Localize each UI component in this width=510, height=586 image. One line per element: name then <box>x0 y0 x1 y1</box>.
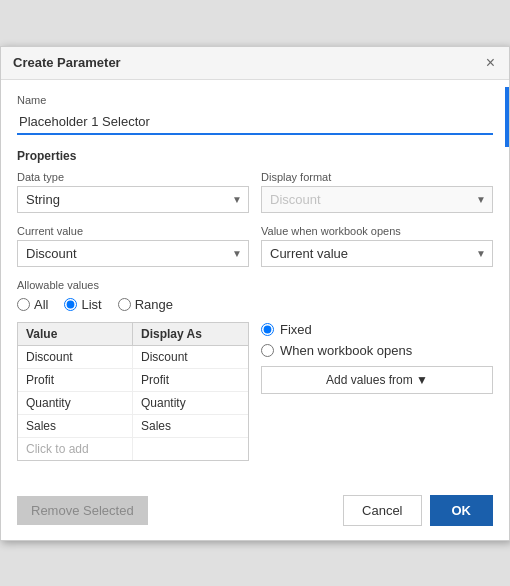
table-header-row: Value Display As <box>18 323 248 346</box>
display-format-label: Display format <box>261 171 493 183</box>
value-when-opens-label: Value when workbook opens <box>261 225 493 237</box>
table-row[interactable]: Profit Profit <box>18 369 248 392</box>
dialog-title: Create Parameter <box>13 55 121 70</box>
right-panel: Fixed When workbook opens Add values fro… <box>261 322 493 461</box>
when-opens-radio[interactable] <box>261 344 274 357</box>
row-display-2: Profit <box>133 369 248 391</box>
click-to-add-display <box>133 438 248 460</box>
allowable-all-radio[interactable] <box>17 298 30 311</box>
allowable-values-label: Allowable values <box>17 279 493 291</box>
table-row[interactable]: Sales Sales <box>18 415 248 438</box>
table-row[interactable]: Quantity Quantity <box>18 392 248 415</box>
value-header: Value <box>18 323 133 345</box>
display-format-field: Display format Discount ▼ <box>261 171 493 213</box>
display-as-header: Display As <box>133 323 248 345</box>
current-value-field: Current value Discount Profit Quantity S… <box>17 225 249 267</box>
ok-button[interactable]: OK <box>430 495 494 526</box>
row-display-1: Discount <box>133 346 248 368</box>
display-format-select[interactable]: Discount <box>262 187 492 212</box>
row-value-4: Sales <box>18 415 133 437</box>
current-value-select[interactable]: Discount Profit Quantity Sales <box>18 241 248 266</box>
current-value-opens-row: Current value Discount Profit Quantity S… <box>17 225 493 267</box>
close-button[interactable]: × <box>484 55 497 71</box>
row-value-2: Profit <box>18 369 133 391</box>
name-label: Name <box>17 94 493 106</box>
allowable-all-label: All <box>34 297 48 312</box>
data-type-label: Data type <box>17 171 249 183</box>
fixed-option[interactable]: Fixed <box>261 322 493 337</box>
dialog-body: Name Properties Data type String Integer… <box>1 80 509 485</box>
data-type-select[interactable]: String Integer Float <box>18 187 248 212</box>
row-value-3: Quantity <box>18 392 133 414</box>
cancel-button[interactable]: Cancel <box>343 495 421 526</box>
data-type-select-wrapper: String Integer Float ▼ <box>17 186 249 213</box>
name-input[interactable] <box>17 110 493 135</box>
allowable-range-option[interactable]: Range <box>118 297 173 312</box>
table-row[interactable]: Discount Discount <box>18 346 248 369</box>
data-type-display-format-row: Data type String Integer Float ▼ Display… <box>17 171 493 213</box>
current-value-select-wrapper: Discount Profit Quantity Sales ▼ <box>17 240 249 267</box>
values-table: Value Display As Discount Discount Profi… <box>17 322 249 461</box>
table-row-add[interactable]: Click to add <box>18 438 248 460</box>
row-display-3: Quantity <box>133 392 248 414</box>
display-format-select-wrapper: Discount ▼ <box>261 186 493 213</box>
row-value-1: Discount <box>18 346 133 368</box>
fixed-label: Fixed <box>280 322 312 337</box>
table-right-layout: Value Display As Discount Discount Profi… <box>17 322 493 461</box>
allowable-section: Allowable values All List Range <box>17 279 493 461</box>
allowable-all-option[interactable]: All <box>17 297 48 312</box>
allowable-list-radio[interactable] <box>64 298 77 311</box>
add-values-button[interactable]: Add values from ▼ <box>261 366 493 394</box>
create-parameter-dialog: Create Parameter × Name Properties Data … <box>0 46 510 541</box>
blue-accent-bar <box>505 87 509 147</box>
row-display-4: Sales <box>133 415 248 437</box>
allowable-list-label: List <box>81 297 101 312</box>
fixed-radio[interactable] <box>261 323 274 336</box>
allowable-list-option[interactable]: List <box>64 297 101 312</box>
when-opens-option[interactable]: When workbook opens <box>261 343 493 358</box>
value-when-opens-field: Value when workbook opens Current value … <box>261 225 493 267</box>
value-when-opens-select-wrapper: Current value Prompt user ▼ <box>261 240 493 267</box>
remove-selected-button[interactable]: Remove Selected <box>17 496 148 525</box>
fixed-radio-group: Fixed When workbook opens <box>261 322 493 358</box>
when-opens-label: When workbook opens <box>280 343 412 358</box>
click-to-add-cell[interactable]: Click to add <box>18 438 133 460</box>
properties-label: Properties <box>17 149 493 163</box>
allowable-range-radio[interactable] <box>118 298 131 311</box>
current-value-label: Current value <box>17 225 249 237</box>
allowable-range-label: Range <box>135 297 173 312</box>
name-section: Name <box>17 94 493 135</box>
footer-actions: Cancel OK <box>343 495 493 526</box>
dialog-header: Create Parameter × <box>1 47 509 80</box>
dialog-footer: Remove Selected Cancel OK <box>1 485 509 540</box>
data-type-field: Data type String Integer Float ▼ <box>17 171 249 213</box>
allowable-radio-group: All List Range <box>17 297 493 312</box>
value-when-opens-select[interactable]: Current value Prompt user <box>262 241 492 266</box>
